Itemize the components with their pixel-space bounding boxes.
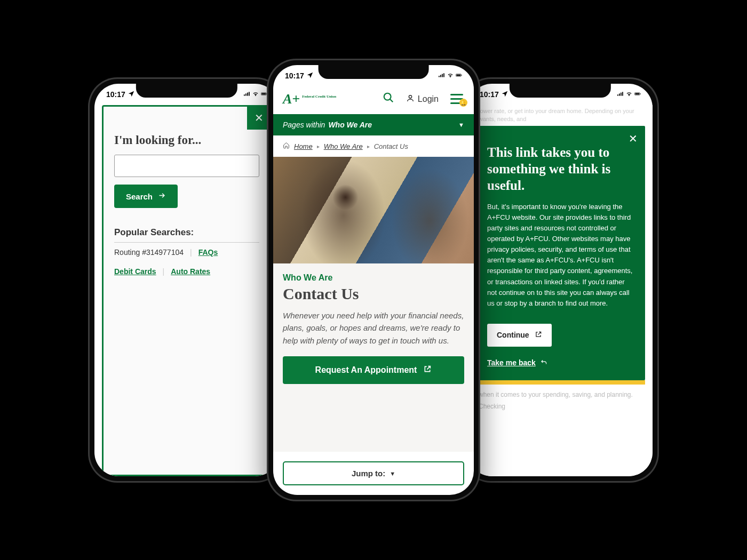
phone-right: 10:17 lower rate, or get into your dream… bbox=[462, 77, 659, 483]
svg-rect-3 bbox=[249, 92, 250, 95]
svg-rect-12 bbox=[635, 93, 639, 94]
background-list-item: Checking bbox=[475, 401, 645, 412]
status-time: 10:17 bbox=[285, 71, 304, 80]
svg-rect-5 bbox=[261, 93, 266, 94]
modal-body: But, it's important to know you're leavi… bbox=[487, 202, 633, 309]
logo[interactable]: A+ Federal Credit Union bbox=[283, 93, 336, 105]
svg-rect-10 bbox=[622, 92, 623, 95]
phone-center: 10:17 A+ Federal Credit Union bbox=[267, 59, 480, 501]
status-time: 10:17 bbox=[106, 90, 125, 99]
external-link-icon bbox=[535, 331, 542, 340]
svg-point-22 bbox=[409, 95, 411, 98]
bell-icon: 🔔 bbox=[459, 99, 467, 107]
search-icon[interactable] bbox=[383, 92, 394, 107]
svg-rect-16 bbox=[442, 74, 443, 77]
phone-left: 10:17 bbox=[88, 77, 285, 483]
svg-rect-13 bbox=[640, 93, 641, 94]
crumb-current: Contact Us bbox=[374, 142, 408, 150]
app-header: A+ Federal Credit Union Login bbox=[273, 86, 474, 114]
svg-rect-7 bbox=[617, 94, 618, 95]
take-me-back-link[interactable]: Take me back bbox=[487, 358, 547, 367]
crumb-home[interactable]: Home bbox=[294, 142, 313, 150]
popular-searches-title: Popular Searches: bbox=[114, 227, 259, 243]
svg-rect-17 bbox=[443, 73, 444, 77]
close-icon: ✕ bbox=[255, 111, 264, 124]
status-time: 10:17 bbox=[480, 90, 499, 99]
subnav-section: Who We Are bbox=[328, 121, 372, 129]
close-icon: ✕ bbox=[629, 133, 638, 145]
take-me-back-label: Take me back bbox=[487, 358, 536, 367]
signal-icon bbox=[617, 91, 624, 99]
modal-close-button[interactable]: ✕ bbox=[629, 132, 638, 145]
continue-button-label: Continue bbox=[497, 331, 529, 339]
popular-link-auto[interactable]: Auto Rates bbox=[171, 267, 210, 276]
user-icon bbox=[406, 94, 415, 105]
signal-icon bbox=[439, 72, 445, 80]
logo-subtext: Federal Credit Union bbox=[302, 95, 336, 99]
svg-rect-14 bbox=[439, 76, 440, 77]
logo-text: A+ bbox=[283, 93, 300, 105]
overline: Who We Are bbox=[283, 273, 464, 283]
login-button[interactable]: Login bbox=[406, 94, 439, 105]
jump-to-dropdown[interactable]: Jump to: ▼ bbox=[283, 461, 464, 485]
separator: | bbox=[190, 248, 192, 257]
chevron-right-icon: ▸ bbox=[317, 143, 320, 149]
location-arrow-icon bbox=[306, 71, 314, 81]
battery-icon bbox=[634, 91, 641, 99]
jump-label: Jump to: bbox=[352, 469, 385, 478]
chevron-down-icon: ▼ bbox=[458, 122, 464, 128]
request-appointment-button[interactable]: Request An Appointment bbox=[283, 356, 464, 384]
crumb-section[interactable]: Who We Are bbox=[324, 142, 363, 150]
arrow-right-icon bbox=[158, 191, 166, 201]
lead-paragraph: Whenever you need help with your financi… bbox=[283, 309, 464, 347]
popular-link-routing[interactable]: Routing #314977104 bbox=[114, 248, 184, 257]
hero-image bbox=[273, 157, 474, 263]
location-arrow-icon bbox=[501, 90, 508, 99]
page-title: Contact Us bbox=[283, 285, 464, 303]
breadcrumb: Home ▸ Who We Are ▸ Contact Us bbox=[273, 135, 474, 157]
undo-icon bbox=[540, 358, 547, 367]
background-text: lower rate, or get into your dream home.… bbox=[475, 105, 645, 126]
search-input[interactable] bbox=[114, 155, 259, 177]
battery-icon bbox=[456, 72, 462, 80]
search-button[interactable]: Search bbox=[114, 185, 178, 208]
external-link-modal: ✕ This link takes you to something we th… bbox=[475, 126, 645, 381]
home-icon bbox=[283, 142, 290, 150]
separator: | bbox=[163, 267, 165, 276]
search-heading: I'm looking for... bbox=[114, 133, 259, 147]
login-label: Login bbox=[418, 94, 439, 104]
svg-rect-19 bbox=[456, 74, 460, 76]
svg-point-21 bbox=[384, 93, 391, 100]
subnav-dropdown[interactable]: Pages within Who We Are ▼ bbox=[273, 114, 474, 135]
svg-rect-20 bbox=[462, 75, 462, 76]
accent-strip bbox=[475, 380, 645, 385]
svg-rect-9 bbox=[621, 92, 622, 95]
cta-label: Request An Appointment bbox=[315, 365, 417, 375]
svg-rect-2 bbox=[247, 92, 248, 95]
svg-rect-15 bbox=[440, 75, 441, 77]
wifi-icon bbox=[447, 72, 454, 80]
svg-rect-8 bbox=[619, 93, 620, 95]
search-button-label: Search bbox=[126, 192, 153, 201]
popular-link-faqs[interactable]: FAQs bbox=[198, 248, 218, 257]
signal-icon bbox=[244, 91, 250, 99]
menu-button[interactable]: 🔔 bbox=[450, 94, 464, 105]
chevron-down-icon: ▼ bbox=[390, 470, 395, 477]
wifi-icon bbox=[626, 91, 632, 99]
svg-rect-1 bbox=[245, 93, 247, 95]
subnav-prefix: Pages within bbox=[283, 121, 325, 129]
popular-link-debit[interactable]: Debit Cards bbox=[114, 267, 156, 276]
modal-heading: This link takes you to something we thin… bbox=[487, 144, 633, 194]
wifi-icon bbox=[252, 91, 259, 99]
search-modal: ✕ I'm looking for... Search Popular Sear… bbox=[102, 105, 272, 476]
background-text: when it comes to your spending, saving, … bbox=[475, 385, 645, 401]
external-link-icon bbox=[423, 365, 432, 375]
continue-button[interactable]: Continue bbox=[487, 324, 552, 347]
chevron-right-icon: ▸ bbox=[367, 143, 370, 149]
location-arrow-icon bbox=[128, 90, 135, 99]
svg-rect-0 bbox=[244, 94, 245, 95]
